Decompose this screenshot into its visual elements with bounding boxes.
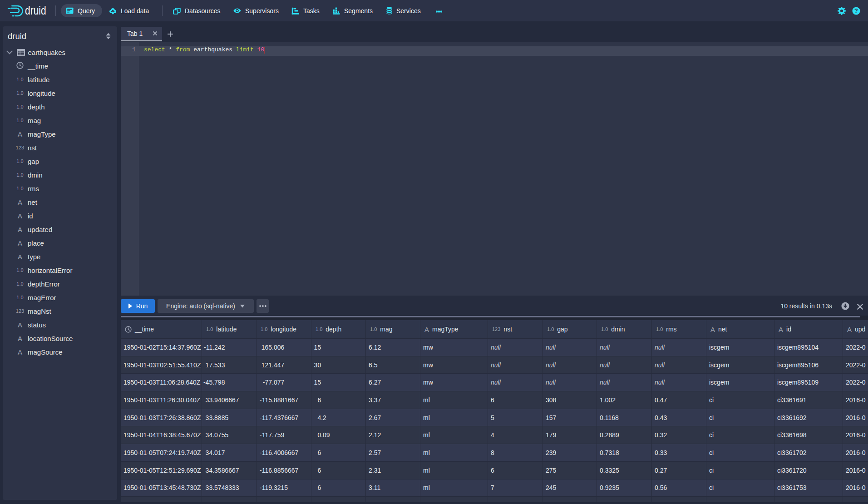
svg-text:?: ?	[854, 7, 858, 14]
